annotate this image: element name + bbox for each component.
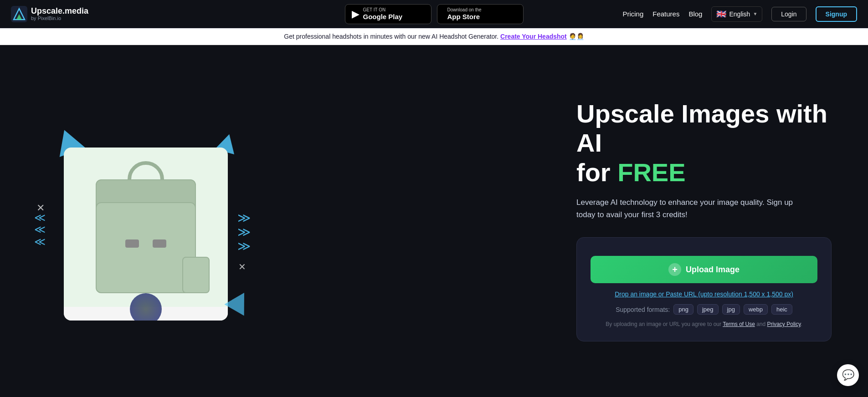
format-jpeg: jpeg [697, 304, 719, 315]
upload-box: + Upload Image Drop an image or Paste UR… [576, 237, 832, 341]
upload-image-button[interactable]: + Upload Image [591, 256, 817, 283]
google-play-small: GET IT ON [363, 7, 403, 13]
hero-content: Upscale Images with AI for FREE Leverage… [549, 99, 832, 342]
navbar: Upscale.media by PixelBin.io ▶ GET IT ON… [0, 0, 868, 28]
google-play-icon: ▶ [352, 8, 360, 20]
nav-blog[interactable]: Blog [688, 10, 702, 18]
login-button[interactable]: Login [771, 7, 806, 21]
plus-circle-icon: + [668, 263, 681, 276]
bag-buckle1 [125, 239, 139, 248]
bag-illustration [77, 161, 214, 307]
cross-decoration-br: ✕ [238, 261, 246, 272]
nav-pricing[interactable]: Pricing [622, 10, 643, 18]
triangle-decoration-br [224, 287, 254, 316]
nav-center-stores: ▶ GET IT ON Google Play Download on the … [345, 4, 524, 24]
formats-label: Supported formats: [616, 306, 670, 313]
format-webp: webp [744, 304, 768, 315]
format-heic: heic [771, 304, 792, 315]
language-selector[interactable]: 🇬🇧 English ▼ [711, 6, 762, 22]
hero-image-area: ✕ ≫≫≫ ≪≪≪ ✕ [27, 120, 264, 321]
upload-button-label: Upload Image [686, 265, 740, 275]
tos-text: By uploading an image or URL you agree t… [591, 321, 817, 327]
nav-right: Pricing Features Blog 🇬🇧 English ▼ Login… [622, 6, 857, 22]
chevron-down-icon: ▼ [753, 11, 757, 16]
promo-emoji: 🧑‍💼👩‍💼 [569, 33, 584, 40]
hero-title-free: FREE [617, 158, 685, 187]
promo-text: Get professional headshots in minutes wi… [284, 33, 498, 40]
bag-buckle2 [153, 239, 166, 248]
arrows-decoration-left: ≪≪≪ [34, 212, 46, 248]
formats-row: Supported formats: png jpeg jpg webp hei… [591, 304, 817, 315]
brand-name: Upscale.media [31, 7, 88, 16]
product-image-card [64, 148, 228, 321]
small-pouch [182, 257, 210, 293]
paste-url-link[interactable]: URL [684, 290, 697, 298]
app-store-button[interactable]: Download on the App Store [437, 4, 524, 24]
arrows-decoration-right: ≫≫≫ [237, 211, 251, 253]
privacy-policy-link[interactable]: Privacy Policy [767, 321, 801, 327]
promo-banner: Get professional headshots in minutes wi… [0, 28, 868, 45]
logo-text: Upscale.media by PixelBin.io [31, 7, 88, 21]
google-play-big: Google Play [363, 13, 403, 21]
drop-hint: Drop an image or Paste URL (upto resolut… [591, 290, 817, 298]
app-store-small: Download on the [447, 7, 482, 13]
nav-features[interactable]: Features [652, 10, 679, 18]
logo-area: Upscale.media by PixelBin.io [11, 6, 88, 22]
terms-of-use-link[interactable]: Terms of Use [723, 321, 755, 327]
brand-sub: by PixelBin.io [31, 15, 88, 21]
language-label: English [729, 10, 750, 18]
signup-button[interactable]: Signup [816, 6, 857, 22]
drop-hint-post: (upto resolution 1,500 x 1,500 px) [696, 290, 793, 298]
hero-section: ✕ ≫≫≫ ≪≪≪ ✕ Upscale Images with AI for F… [0, 45, 868, 387]
google-play-button[interactable]: ▶ GET IT ON Google Play [345, 4, 431, 24]
format-jpg: jpg [722, 304, 740, 315]
hero-title: Upscale Images with AI for FREE [576, 99, 832, 187]
logo-icon [11, 6, 27, 22]
app-store-big: App Store [447, 13, 482, 21]
chat-button[interactable]: 💬 [837, 364, 859, 386]
drop-hint-pre: Drop an image or Paste [615, 290, 684, 298]
hero-subtitle: Leverage AI technology to enhance your i… [576, 196, 813, 221]
hero-title-part1: Upscale Images with AI [576, 99, 827, 157]
flag-icon: 🇬🇧 [716, 9, 726, 19]
format-png: png [673, 304, 693, 315]
bag-body [96, 202, 196, 293]
promo-link[interactable]: Create Your Headshot [500, 33, 567, 40]
chat-icon: 💬 [842, 369, 854, 381]
hero-title-part2: for [576, 158, 617, 187]
